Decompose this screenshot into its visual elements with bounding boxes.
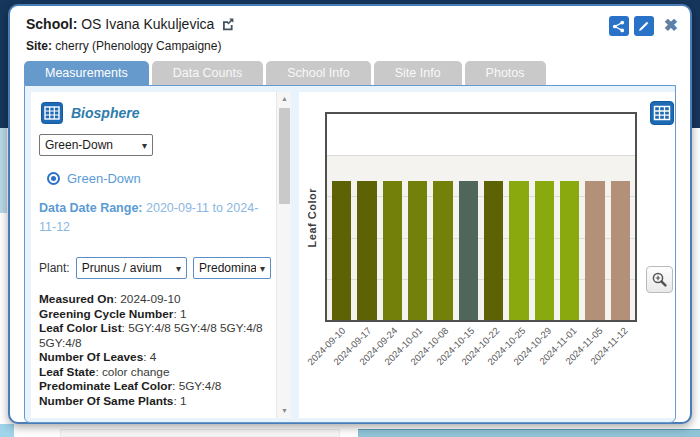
dialog-header: School: OS Ivana Kukuljevica Site: cherr… xyxy=(10,6,690,53)
x-tick-cell: 2024-10-01 xyxy=(407,325,427,415)
x-tick-cell: 2024-10-22 xyxy=(484,325,504,415)
school-title: School: OS Ivana Kukuljevica xyxy=(26,16,676,32)
tab-site-info[interactable]: Site Info xyxy=(374,61,462,85)
table-grid-icon xyxy=(41,102,63,124)
x-tick-cell: 2024-11-01 xyxy=(561,325,581,415)
share-button[interactable] xyxy=(609,16,629,36)
chevron-down-icon: ▾ xyxy=(260,263,265,274)
share-icon xyxy=(612,20,625,33)
plant-label: Plant: xyxy=(39,261,70,275)
table-grid-icon xyxy=(650,101,674,125)
x-tick-cell: 2024-09-10 xyxy=(330,325,350,415)
background-map-fragment xyxy=(358,429,700,437)
site-details-dialog: School: OS Ivana Kukuljevica Site: cherr… xyxy=(8,4,692,424)
protocol-section-header: Biosphere xyxy=(41,102,271,124)
left-panel-scrollbar[interactable]: ▲ ▼ xyxy=(276,92,291,418)
background-map-fragment xyxy=(0,128,7,213)
tab-data-counts[interactable]: Data Counts xyxy=(152,61,263,85)
predominant-select[interactable]: Predomina ▾ xyxy=(193,257,271,279)
chart-panel: Leaf Color 2024-09-102024-09-172024-09-2… xyxy=(299,92,675,418)
green-down-radio-label: Green-Down xyxy=(67,171,141,186)
dialog-actions: ✖ xyxy=(609,16,678,36)
chart-bar[interactable] xyxy=(585,181,604,320)
plant-select[interactable]: Prunus / avium ▾ xyxy=(76,257,187,279)
measurement-list: Measured On: 2024-09-10Greening Cycle Nu… xyxy=(39,292,271,418)
leaf-color-chart xyxy=(325,112,637,322)
protocol-radio-row: Green-Down xyxy=(47,171,271,186)
chart-bars xyxy=(327,114,635,320)
magnifier-plus-icon xyxy=(651,271,668,288)
chart-bar[interactable] xyxy=(332,181,351,320)
chart-bar[interactable] xyxy=(357,181,376,320)
chart-bar[interactable] xyxy=(509,181,528,320)
site-value: cherry (Phenology Campaigne) xyxy=(55,39,221,53)
scroll-up-icon[interactable]: ▲ xyxy=(277,92,291,106)
chart-bar[interactable] xyxy=(433,181,452,320)
show-data-table-button[interactable] xyxy=(650,101,674,125)
predominant-select-value: Predomina xyxy=(199,261,256,275)
measurement-row: Leaf Color List: 5GY:4/8 5GY:4/8 5GY:4/8… xyxy=(39,321,273,350)
chart-bar[interactable] xyxy=(408,181,427,320)
site-subtitle: Site: cherry (Phenology Campaigne) xyxy=(26,39,676,53)
background-map-fragment xyxy=(60,429,340,437)
tab-content: Biosphere Green-Down ▾ Green-Down Data D… xyxy=(24,85,676,423)
data-date-range-label: Data Date Range: xyxy=(39,201,143,215)
chart-zoom-button[interactable] xyxy=(646,266,673,293)
background-map-fragment xyxy=(0,424,14,437)
chart-bar[interactable] xyxy=(459,181,478,320)
protocol-select[interactable]: Green-Down ▾ xyxy=(39,134,153,156)
measurement-row: Greening Cycle Number: 1 xyxy=(39,307,273,322)
chart-x-axis-labels: 2024-09-102024-09-172024-09-242024-10-01… xyxy=(325,325,637,415)
pencil-icon xyxy=(637,20,650,33)
chart-bar[interactable] xyxy=(383,181,402,320)
plant-select-value: Prunus / avium xyxy=(82,261,162,275)
tab-measurements[interactable]: Measurements xyxy=(24,61,149,85)
tab-bar: Measurements Data Counts School Info Sit… xyxy=(24,61,690,85)
x-tick-cell: 2024-11-05 xyxy=(587,325,607,415)
chevron-down-icon: ▾ xyxy=(176,263,181,274)
chart-bar[interactable] xyxy=(560,181,579,320)
school-name: OS Ivana Kukuljevica xyxy=(81,16,214,32)
chevron-down-icon: ▾ xyxy=(142,140,147,151)
x-tick-cell: 2024-10-08 xyxy=(433,325,453,415)
external-link-icon[interactable] xyxy=(220,16,236,32)
protocol-section-title: Biosphere xyxy=(71,105,139,121)
chart-bar[interactable] xyxy=(484,181,503,320)
tab-photos[interactable]: Photos xyxy=(465,61,546,85)
protocol-select-value: Green-Down xyxy=(45,138,113,152)
chart-bar[interactable] xyxy=(535,181,554,320)
measurement-block: Measured On: 2024-09-10Greening Cycle Nu… xyxy=(39,292,273,408)
tab-school-info[interactable]: School Info xyxy=(266,61,371,85)
measurements-panel: Biosphere Green-Down ▾ Green-Down Data D… xyxy=(31,92,291,418)
green-down-radio[interactable] xyxy=(47,172,60,185)
x-tick-cell: 2024-10-25 xyxy=(510,325,530,415)
x-tick-cell: 2024-09-24 xyxy=(381,325,401,415)
scroll-down-icon[interactable]: ▼ xyxy=(277,404,291,418)
school-label: School: xyxy=(26,16,77,32)
site-label: Site: xyxy=(26,39,52,53)
x-tick-cell: 2024-10-15 xyxy=(458,325,478,415)
scrollbar-thumb[interactable] xyxy=(279,108,290,204)
close-icon[interactable]: ✖ xyxy=(664,16,678,36)
plant-filter-row: Plant: Prunus / avium ▾ Predomina ▾ xyxy=(39,257,271,279)
x-tick-cell: 2024-10-29 xyxy=(535,325,555,415)
chart-y-axis-label: Leaf Color xyxy=(306,188,318,247)
edit-button[interactable] xyxy=(634,16,654,36)
measurement-row: Leaf State: color change xyxy=(39,365,273,380)
x-tick-cell: 2024-09-17 xyxy=(356,325,376,415)
measurement-row: Number Of Same Plants: 1 xyxy=(39,394,273,409)
measurement-row: Measured On: 2024-09-10 xyxy=(39,292,273,307)
measurement-row: Predominate Leaf Color: 5GY:4/8 xyxy=(39,379,273,394)
measurement-row: Number Of Leaves: 4 xyxy=(39,350,273,365)
chart-bar[interactable] xyxy=(611,181,630,320)
x-tick-cell: 2024-11-12 xyxy=(612,325,632,415)
data-date-range: Data Date Range: 2020-09-11 to 2024-11-1… xyxy=(39,199,275,237)
